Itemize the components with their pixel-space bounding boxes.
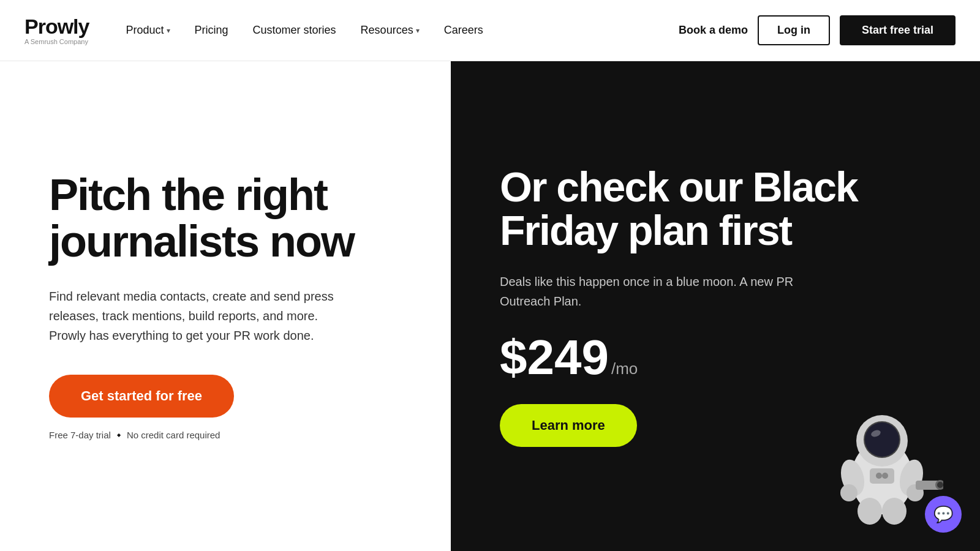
svg-point-3 bbox=[865, 422, 899, 457]
hero-section: Pitch the right journalists now Find rel… bbox=[0, 61, 980, 551]
trial-note: Free 7-day trial bbox=[49, 430, 111, 440]
navbar: Prowly A Semrush Company Product ▾ Prici… bbox=[0, 0, 980, 61]
hero-right-panel: Or check our Black Friday plan first Dea… bbox=[451, 61, 980, 551]
start-trial-button[interactable]: Start free trial bbox=[840, 15, 956, 45]
bullet-separator: ◆ bbox=[117, 432, 121, 438]
svg-point-16 bbox=[937, 482, 943, 488]
price-amount: $249 bbox=[500, 333, 609, 382]
chat-widget-button[interactable]: 💬 bbox=[925, 496, 962, 533]
login-button[interactable]: Log in bbox=[758, 15, 830, 45]
astronaut-image bbox=[821, 392, 943, 527]
hero-note: Free 7-day trial ◆ No credit card requir… bbox=[49, 430, 402, 440]
nav-product[interactable]: Product ▾ bbox=[126, 24, 170, 37]
learn-more-button[interactable]: Learn more bbox=[500, 404, 637, 447]
price-period: /mo bbox=[611, 359, 638, 378]
svg-point-10 bbox=[882, 498, 907, 525]
chat-icon: 💬 bbox=[933, 505, 953, 524]
hero-title: Pitch the right journalists now bbox=[49, 172, 402, 264]
logo-name: Prowly bbox=[24, 16, 89, 37]
promo-title: Or check our Black Friday plan first bbox=[500, 165, 867, 253]
promo-description: Deals like this happen once in a blue mo… bbox=[500, 272, 806, 311]
nav-resources[interactable]: Resources ▾ bbox=[361, 24, 420, 37]
svg-point-12 bbox=[876, 473, 882, 479]
hero-description: Find relevant media contacts, create and… bbox=[49, 287, 343, 345]
chevron-down-icon: ▾ bbox=[167, 26, 170, 35]
no-card-note: No credit card required bbox=[127, 430, 221, 440]
chevron-down-icon: ▾ bbox=[416, 26, 420, 35]
svg-point-7 bbox=[840, 484, 858, 501]
hero-left-panel: Pitch the right journalists now Find rel… bbox=[0, 61, 451, 551]
logo-tagline: A Semrush Company bbox=[24, 38, 89, 45]
nav-customer-stories[interactable]: Customer stories bbox=[253, 24, 336, 37]
nav-careers[interactable]: Careers bbox=[444, 24, 483, 37]
svg-point-13 bbox=[882, 473, 888, 479]
logo[interactable]: Prowly A Semrush Company bbox=[24, 16, 89, 45]
svg-rect-11 bbox=[870, 468, 894, 484]
svg-point-9 bbox=[858, 498, 882, 525]
nav-actions: Book a demo Log in Start free trial bbox=[679, 15, 956, 45]
book-demo-link[interactable]: Book a demo bbox=[679, 24, 748, 37]
nav-links: Product ▾ Pricing Customer stories Resou… bbox=[126, 24, 678, 37]
price-display: $249 /mo bbox=[500, 333, 931, 382]
get-started-button[interactable]: Get started for free bbox=[49, 375, 234, 418]
nav-pricing[interactable]: Pricing bbox=[195, 24, 228, 37]
